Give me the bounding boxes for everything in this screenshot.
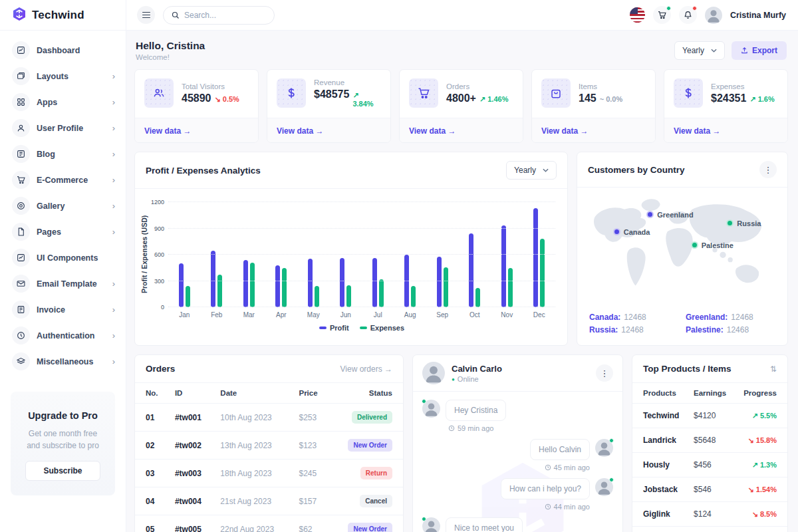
- order-row[interactable]: 03#tw003 18th Aug 2023$245 Return: [135, 460, 403, 487]
- product-row[interactable]: Hously$456 1.3%: [632, 453, 787, 477]
- language-flag-icon[interactable]: [630, 7, 645, 23]
- gridline: [168, 201, 555, 202]
- arrow-right-icon: →: [315, 126, 323, 136]
- bar-profit-sep[interactable]: [437, 257, 442, 307]
- bar-profit-jul[interactable]: [372, 258, 377, 307]
- trend-badge: 0.0%: [600, 95, 623, 103]
- map-marker-canada[interactable]: Canada: [613, 228, 650, 236]
- sort-icon[interactable]: ⇅: [770, 364, 777, 374]
- gridline: [168, 228, 555, 229]
- x-tick-label: Jul: [362, 311, 394, 319]
- bar-profit-may[interactable]: [308, 259, 313, 307]
- bar-expenses-dec[interactable]: [540, 239, 545, 307]
- top-products-card: Top Products / Items ⇅ Products Earnings…: [632, 354, 788, 532]
- view-data-link[interactable]: View data →: [144, 126, 191, 136]
- bar-profit-oct[interactable]: [469, 233, 473, 307]
- sidebar-item-authentication[interactable]: Authentication ›: [0, 323, 126, 348]
- view-data-link[interactable]: View data →: [674, 126, 720, 136]
- x-tick-label: Aug: [394, 311, 427, 319]
- order-row[interactable]: 02#tw002 13th Aug 2023$123 New Order: [135, 432, 403, 460]
- search-input[interactable]: [184, 11, 257, 20]
- product-row[interactable]: Techwind$4120 5.5%: [632, 404, 787, 428]
- bar-expenses-may[interactable]: [315, 286, 319, 307]
- sidebar-item-user-profile[interactable]: User Profile ›: [0, 115, 126, 141]
- search-box[interactable]: [163, 6, 275, 25]
- layouts-icon: [12, 67, 30, 85]
- bar-group-feb: [201, 202, 233, 307]
- sidebar-item-layouts[interactable]: Layouts ›: [0, 63, 126, 89]
- cart-button[interactable]: [653, 6, 671, 24]
- sidebar-item-blog[interactable]: Blog ›: [0, 141, 126, 167]
- bar-expenses-jun[interactable]: [346, 285, 351, 307]
- map-marker-palestine[interactable]: Palestine: [691, 241, 733, 249]
- bar-expenses-jan[interactable]: [186, 286, 190, 307]
- bar-profit-apr[interactable]: [275, 265, 280, 307]
- bar-expenses-apr[interactable]: [282, 268, 287, 307]
- clock-icon: [545, 503, 551, 510]
- status-badge: New Order: [348, 439, 392, 452]
- period-select[interactable]: Yearly: [674, 41, 725, 60]
- order-row[interactable]: 04#tw004 21st Aug 2023$157 Cancel: [135, 487, 403, 515]
- subscribe-button[interactable]: Subscribe: [25, 461, 100, 481]
- view-orders-link[interactable]: View orders →: [340, 364, 392, 374]
- sidebar-item-apps[interactable]: Apps ›: [0, 89, 126, 115]
- map-marker-russia[interactable]: Russia: [726, 219, 761, 227]
- bar-expenses-nov[interactable]: [508, 268, 513, 307]
- bar-group-mar: [233, 202, 265, 307]
- map-marker-greenland[interactable]: Greenland: [646, 211, 693, 219]
- bar-profit-jun[interactable]: [340, 258, 344, 307]
- bar-expenses-sep[interactable]: [444, 267, 448, 307]
- view-data-link[interactable]: View data →: [409, 126, 456, 136]
- order-row[interactable]: 05#tw005 22nd Aug 2023$62 New Order: [135, 515, 403, 532]
- user-name[interactable]: Cristina Murfy: [730, 11, 786, 20]
- bar-expenses-jul[interactable]: [379, 279, 384, 307]
- online-dot: [422, 399, 426, 404]
- arrow-right-icon: →: [580, 126, 588, 136]
- bar-expenses-mar[interactable]: [250, 263, 255, 307]
- product-row[interactable]: Giglink$124 8.5%: [632, 502, 787, 527]
- product-row[interactable]: Landrick$5648 15.8%: [632, 428, 787, 453]
- sidebar-item-invoice[interactable]: Invoice ›: [0, 297, 126, 323]
- bar-group-oct: [459, 202, 491, 307]
- bar-profit-mar[interactable]: [243, 260, 248, 307]
- view-data-link[interactable]: View data →: [277, 126, 323, 136]
- user-avatar[interactable]: [705, 7, 722, 24]
- sidebar-item-gallery[interactable]: Gallery ›: [0, 193, 126, 219]
- export-icon: [741, 47, 748, 55]
- notifications-button[interactable]: [679, 6, 697, 24]
- sidebar-item-ecommerce[interactable]: E-Commerce ›: [0, 167, 126, 193]
- chat-contact-avatar[interactable]: [422, 362, 445, 384]
- bar-profit-aug[interactable]: [404, 255, 409, 307]
- sidebar-item-miscellaneous[interactable]: Miscellaneous ›: [0, 348, 126, 374]
- legend-item-expenses[interactable]: Expenses: [360, 324, 404, 332]
- bar-profit-feb[interactable]: [211, 251, 215, 307]
- legend-item-profit[interactable]: Profit: [319, 324, 349, 332]
- brand[interactable]: Techwind: [0, 0, 126, 30]
- map-menu-button[interactable]: ⋮: [759, 161, 777, 178]
- bar-expenses-aug[interactable]: [411, 286, 416, 307]
- sidebar-item-dashboard[interactable]: Dashboard: [0, 37, 126, 63]
- sidebar-item-ui-components[interactable]: UI Components: [0, 245, 126, 271]
- cart-icon: [409, 78, 438, 108]
- bar-expenses-oct[interactable]: [475, 288, 480, 307]
- chat-message: Hey Cristina 59 min ago: [422, 400, 613, 432]
- export-button[interactable]: Export: [732, 41, 787, 60]
- sidebar-item-email-template[interactable]: Email Template ›: [0, 271, 126, 297]
- bar-profit-dec[interactable]: [533, 208, 538, 307]
- menu-toggle-button[interactable]: [137, 6, 155, 24]
- chat-message: Hello Calvin 45 min ago: [422, 439, 613, 471]
- product-row[interactable]: Jobstack$546 1.54%: [632, 477, 787, 502]
- chart-period-select[interactable]: Yearly: [506, 161, 557, 180]
- map-title: Customers by Country: [588, 165, 685, 175]
- order-row[interactable]: 01#tw001 10th Aug 2023$253 Delivered: [135, 404, 403, 432]
- cart-icon: [12, 171, 30, 189]
- marker-dot-icon: [726, 219, 733, 227]
- customers-map-card: Customers by Country ⋮: [577, 152, 788, 346]
- bar-profit-jan[interactable]: [179, 263, 184, 307]
- bar-profit-nov[interactable]: [501, 225, 506, 307]
- status-badge: New Order: [348, 523, 392, 532]
- view-data-link[interactable]: View data →: [541, 126, 588, 136]
- kebab-icon: ⋮: [764, 165, 773, 175]
- chat-menu-button[interactable]: ⋮: [596, 364, 613, 382]
- sidebar-item-pages[interactable]: Pages ›: [0, 219, 126, 245]
